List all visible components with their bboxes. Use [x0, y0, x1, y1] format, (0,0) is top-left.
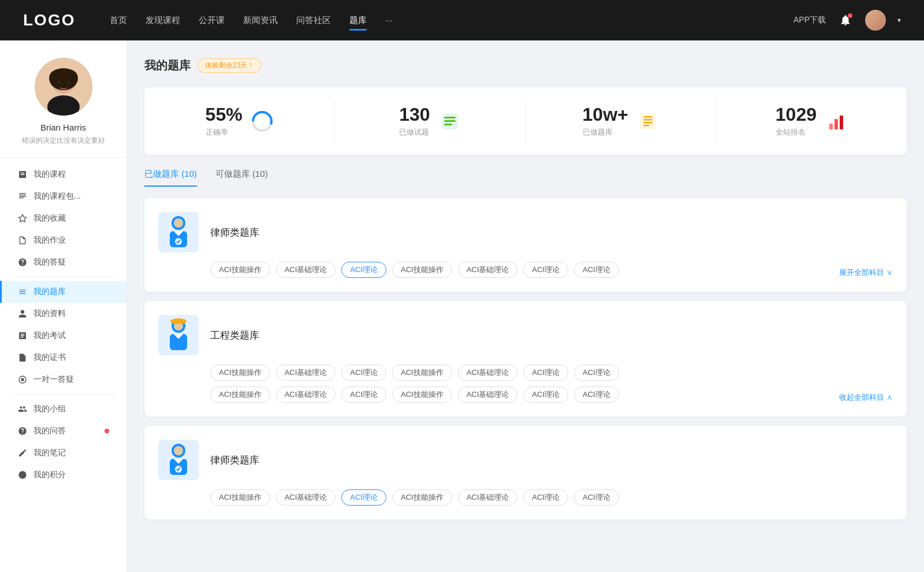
sidebar-item-my-qa[interactable]: 我的问答 [0, 420, 126, 442]
tag-2-7[interactable]: ACI理论 [574, 365, 619, 381]
svg-rect-16 [640, 113, 656, 129]
nav-discover[interactable]: 发现课程 [146, 13, 180, 28]
tag-2b-3[interactable]: ACI理论 [341, 387, 386, 403]
qbank-card-lawyer-1: 律师类题库 ACI技能操作 ACI基础理论 ACI理论 ACI技能操作 ACI基… [144, 198, 907, 292]
sidebar-label-my-packages: 我的课程包... [33, 191, 109, 202]
notification-dot [848, 13, 852, 18]
sidebar-menu: 我的课程 我的课程包... 我的收藏 我的作业 [0, 158, 126, 492]
sidebar-item-my-questions[interactable]: 我的答疑 [0, 251, 126, 273]
sidebar-item-my-certs[interactable]: 我的证书 [0, 347, 126, 369]
banks-done-icon [636, 110, 660, 133]
user-menu-chevron[interactable]: ▾ [897, 16, 901, 24]
tag-1-4[interactable]: ACI技能操作 [392, 262, 452, 278]
sidebar-label-my-points: 我的积分 [33, 470, 109, 480]
sidebar-item-my-qbank[interactable]: 我的题库 [0, 281, 126, 303]
nav-news[interactable]: 新闻资讯 [243, 13, 278, 28]
tag-3-4[interactable]: ACI技能操作 [392, 489, 452, 506]
tab-available-banks[interactable]: 可做题库 (10) [215, 169, 268, 185]
sidebar-item-my-points[interactable]: 我的积分 [0, 464, 126, 486]
sidebar-item-my-exams[interactable]: 我的考试 [0, 325, 126, 347]
sidebar-label-my-certs: 我的证书 [33, 352, 109, 363]
user-avatar[interactable] [865, 10, 886, 31]
tag-1-2[interactable]: ACI基础理论 [276, 262, 336, 278]
tag-1-5[interactable]: ACI基础理论 [458, 262, 518, 278]
svg-rect-22 [834, 119, 838, 129]
app-download-btn[interactable]: APP下载 [793, 15, 826, 25]
sidebar-divider-2 [12, 394, 115, 395]
tag-2b-2[interactable]: ACI基础理论 [276, 387, 336, 403]
stat-questions-done-label: 已做试题 [399, 127, 430, 138]
sidebar-item-my-courses[interactable]: 我的课程 [0, 164, 126, 185]
profile-avatar-image [35, 58, 92, 116]
tab-done-banks[interactable]: 已做题库 (10) [144, 169, 197, 185]
svg-rect-13 [444, 117, 456, 118]
tag-2b-6[interactable]: ACI理论 [523, 387, 568, 403]
tag-2b-4[interactable]: ACI技能操作 [392, 387, 452, 403]
tag-3-3[interactable]: ACI理论 [341, 489, 386, 506]
svg-rect-23 [840, 116, 843, 129]
tag-2-6[interactable]: ACI理论 [523, 365, 568, 381]
tag-2b-1[interactable]: ACI技能操作 [210, 387, 270, 403]
tag-1-7[interactable]: ACI理论 [574, 262, 619, 278]
my-packages-icon [17, 191, 28, 202]
tag-3-7[interactable]: ACI理论 [574, 489, 619, 506]
expand-link-1[interactable]: 展开全部科目 ∨ [839, 268, 893, 278]
sidebar-item-my-profile[interactable]: 我的资料 [0, 303, 126, 325]
profile-motto: 错误的决定比没有决定要好 [22, 136, 105, 146]
pie-chart-icon [251, 110, 273, 132]
nav-more[interactable]: ··· [385, 13, 393, 28]
tag-2b-7[interactable]: ACI理论 [574, 387, 619, 403]
sidebar: Brian Harris 错误的决定比没有决定要好 我的课程 我的课程包... [0, 40, 127, 572]
tag-2-5[interactable]: ACI基础理论 [458, 365, 518, 381]
my-exams-icon [17, 330, 28, 341]
sidebar-label-my-exams: 我的考试 [33, 330, 109, 341]
tag-3-6[interactable]: ACI理论 [523, 489, 568, 506]
stat-banks-done-label: 已做题库 [583, 127, 628, 138]
my-group-icon [17, 404, 28, 414]
nav-open-course[interactable]: 公开课 [199, 13, 225, 28]
tag-1-6[interactable]: ACI理论 [523, 262, 568, 278]
stat-questions-done: 130 已做试题 [335, 99, 526, 143]
tag-3-2[interactable]: ACI基础理论 [276, 489, 336, 506]
sidebar-label-my-questions: 我的答疑 [33, 257, 109, 268]
stat-site-rank-label: 全站排名 [776, 127, 817, 138]
nav-home[interactable]: 首页 [110, 13, 127, 28]
qbank-engineer-icon [158, 315, 199, 355]
svg-rect-32 [172, 321, 185, 324]
tag-2-2[interactable]: ACI基础理论 [276, 365, 336, 381]
qbank-tags-row-2b: ACI技能操作 ACI基础理论 ACI理论 ACI技能操作 ACI基础理论 AC… [210, 387, 893, 403]
qbank-tags-row-2a: ACI技能操作 ACI基础理论 ACI理论 ACI技能操作 ACI基础理论 AC… [210, 365, 893, 381]
notification-bell[interactable] [837, 12, 854, 28]
tag-3-1[interactable]: ACI技能操作 [210, 489, 270, 506]
sidebar-label-one-on-one: 一对一答疑 [33, 374, 109, 385]
sidebar-item-my-favorites[interactable]: 我的收藏 [0, 207, 126, 229]
collapse-link-2[interactable]: 收起全部科目 ∧ [839, 392, 893, 403]
sidebar-item-my-group[interactable]: 我的小组 [0, 398, 126, 420]
tag-1-1[interactable]: ACI技能操作 [210, 262, 270, 278]
sidebar-item-my-notes[interactable]: 我的笔记 [0, 442, 126, 464]
one-on-one-icon [17, 374, 28, 385]
stat-questions-done-text: 130 已做试题 [399, 105, 430, 138]
tag-2-3[interactable]: ACI理论 [341, 365, 386, 381]
accuracy-icon [251, 110, 274, 133]
tag-1-3[interactable]: ACI理论 [341, 262, 386, 278]
svg-rect-17 [643, 116, 653, 118]
profile-name: Brian Harris [40, 122, 86, 132]
my-favorites-icon [17, 213, 28, 224]
sidebar-label-my-favorites: 我的收藏 [33, 213, 109, 224]
svg-point-11 [256, 116, 268, 127]
tag-2b-5[interactable]: ACI基础理论 [458, 387, 518, 403]
tag-2-1[interactable]: ACI技能操作 [210, 365, 270, 381]
sidebar-label-my-notes: 我的笔记 [33, 448, 109, 458]
sidebar-item-my-packages[interactable]: 我的课程包... [0, 185, 126, 207]
tag-2-4[interactable]: ACI技能操作 [392, 365, 452, 381]
nav-qbank[interactable]: 题库 [349, 13, 367, 28]
sidebar-label-my-qbank: 我的题库 [33, 287, 109, 297]
svg-point-5 [67, 81, 69, 83]
sidebar-item-my-homework[interactable]: 我的作业 [0, 229, 126, 251]
sidebar-label-my-courses: 我的课程 [33, 169, 109, 180]
sidebar-item-one-on-one[interactable]: 一对一答疑 [0, 369, 126, 391]
nav-qa[interactable]: 问答社区 [296, 13, 331, 28]
navbar: LOGO 首页 发现课程 公开课 新闻资讯 问答社区 题库 ··· APP下载 … [0, 0, 924, 40]
tag-3-5[interactable]: ACI基础理论 [458, 489, 518, 506]
